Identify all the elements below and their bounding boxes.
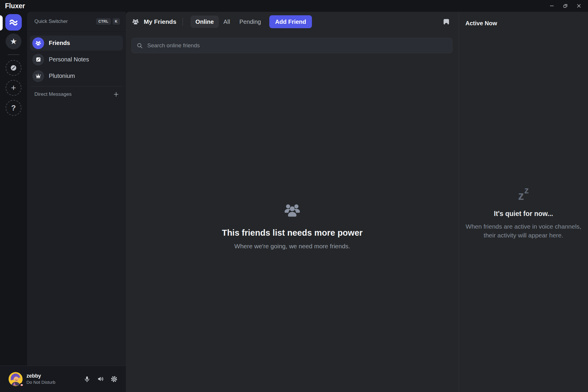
active-now-panel: Active Now zz It's quiet for now... When…	[459, 12, 588, 392]
restore-icon	[562, 3, 568, 9]
mic-button[interactable]	[82, 374, 92, 384]
settings-button[interactable]	[109, 374, 119, 384]
friends-panel: My Friends Online All Pending Add Friend…	[126, 12, 459, 392]
people-group-icon	[281, 201, 303, 220]
user-avatar[interactable]	[9, 372, 23, 386]
search-icon	[136, 42, 143, 49]
restore-button[interactable]	[560, 1, 570, 10]
help-button[interactable]: ?	[6, 100, 21, 116]
quick-switcher-shortcut: CTRL K	[96, 18, 120, 25]
user-meta: zebby Do Not Disturb	[26, 373, 55, 384]
tab-all[interactable]: All	[219, 16, 235, 28]
sidebar-item-personal-notes[interactable]: Personal Notes	[30, 52, 123, 67]
minimize-icon	[549, 3, 555, 9]
search-bar	[131, 38, 452, 53]
sidebar-nav: Friends Personal Notes Plutonium	[27, 31, 126, 83]
close-button[interactable]	[574, 1, 584, 10]
direct-messages-label: Direct Messages	[34, 91, 72, 97]
sidebar: Quick Switcher CTRL K Friends Personal N…	[27, 12, 126, 366]
titlebar: Fluxer	[0, 0, 588, 12]
favorites-button[interactable]: ★	[6, 33, 21, 49]
plus-icon	[113, 91, 119, 98]
speaker-icon	[97, 375, 104, 383]
user-actions	[82, 374, 119, 384]
search-input[interactable]	[147, 42, 447, 49]
active-server-indicator	[0, 15, 3, 31]
explore-button[interactable]	[6, 60, 21, 76]
inbox-tray-icon	[442, 18, 450, 26]
window-controls	[547, 1, 588, 10]
add-server-button[interactable]: +	[6, 80, 21, 96]
sidebar-item-plutonium[interactable]: Plutonium	[30, 68, 123, 83]
gear-icon	[111, 376, 118, 383]
people-group-icon	[132, 18, 139, 26]
direct-messages-header: Direct Messages	[27, 86, 126, 98]
pencil-square-icon	[32, 54, 44, 66]
server-rail: ★ + ?	[0, 12, 27, 366]
active-now-empty-state: zz It's quiet for now... When friends ar…	[459, 186, 588, 240]
k-key-badge: K	[113, 18, 120, 25]
quick-switcher-label: Quick Switcher	[34, 19, 68, 24]
sidebar-item-friends[interactable]: Friends	[30, 36, 123, 51]
create-dm-button[interactable]	[112, 91, 120, 98]
close-icon	[576, 3, 582, 9]
sidebar-item-label: Plutonium	[49, 73, 75, 79]
ctrl-key-badge: CTRL	[96, 18, 111, 25]
empty-state-subtitle: Where we're going, we need more friends.	[126, 243, 459, 250]
quick-switcher-button[interactable]: Quick Switcher CTRL K	[27, 12, 126, 31]
tab-pending[interactable]: Pending	[235, 16, 265, 28]
sidebar-item-label: Friends	[49, 40, 70, 46]
add-friend-button[interactable]: Add Friend	[269, 15, 312, 28]
minimize-button[interactable]	[547, 1, 557, 10]
sidebar-item-label: Personal Notes	[49, 56, 89, 63]
speaker-button[interactable]	[96, 374, 106, 384]
inbox-button[interactable]	[442, 18, 450, 26]
microphone-icon	[83, 376, 91, 383]
tab-online[interactable]: Online	[191, 16, 219, 28]
question-mark-icon: ?	[11, 104, 16, 112]
plus-icon: +	[11, 83, 16, 92]
friends-toolbar: My Friends Online All Pending Add Friend	[126, 12, 459, 31]
user-panel: zebby Do Not Disturb	[0, 366, 126, 392]
rail-divider	[8, 54, 19, 55]
quiet-description: When friends are active in voice channel…	[465, 222, 582, 240]
empty-state: This friends list needs more power Where…	[126, 201, 459, 250]
dnd-status-badge	[19, 383, 24, 387]
people-group-icon	[32, 37, 44, 49]
sleep-zz-icon: zz	[459, 186, 588, 203]
quiet-title: It's quiet for now...	[459, 210, 588, 218]
app-window: Fluxer ★ + ? Quick Switcher CTR	[0, 0, 588, 392]
crown-icon	[32, 70, 44, 82]
compass-icon	[10, 64, 17, 72]
empty-state-title: This friends list needs more power	[126, 228, 459, 238]
app-title: Fluxer	[5, 2, 25, 10]
username: zebby	[26, 373, 55, 379]
toolbar-divider	[183, 18, 183, 26]
fluxer-logo-icon	[9, 17, 19, 27]
page-title: My Friends	[144, 18, 176, 25]
user-status: Do Not Disturb	[26, 380, 55, 384]
home-button[interactable]	[5, 14, 22, 31]
active-now-header: Active Now	[459, 12, 588, 27]
star-icon: ★	[10, 38, 17, 46]
